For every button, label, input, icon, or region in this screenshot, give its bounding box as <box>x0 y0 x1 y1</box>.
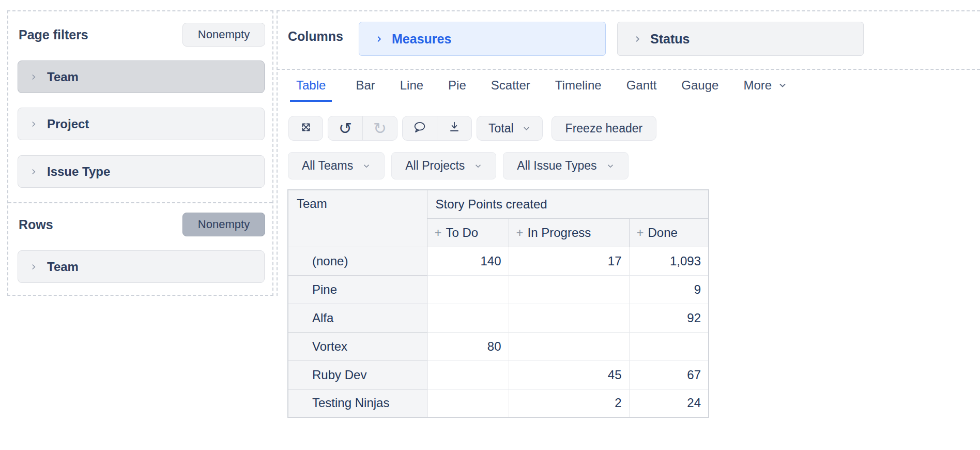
rows-item-team[interactable]: Team <box>18 250 265 283</box>
row-header[interactable]: Pine <box>288 275 427 304</box>
tab-gauge[interactable]: Gauge <box>680 78 719 102</box>
download-button[interactable] <box>437 116 471 140</box>
expand-plus-icon[interactable]: + <box>435 226 442 239</box>
report-builder: Page filters Nonempty Team Project Issu <box>0 0 980 450</box>
row-header[interactable]: Ruby Dev <box>288 361 427 389</box>
tab-bar[interactable]: Bar <box>355 78 376 102</box>
tab-gantt[interactable]: Gantt <box>625 78 658 102</box>
chevron-right-icon <box>29 120 38 128</box>
cell-value[interactable]: 45 <box>509 361 629 389</box>
rows-header: Rows Nonempty <box>19 213 265 236</box>
columns-title: Columns <box>288 22 359 44</box>
page-filter-item-label: Issue Type <box>47 164 110 179</box>
cell-value[interactable] <box>427 304 509 332</box>
tab-table[interactable]: Table <box>290 78 332 102</box>
tab-line[interactable]: Line <box>399 78 424 102</box>
columns-chip-label: Measures <box>392 32 451 47</box>
freeze-header-label: Freeze header <box>565 122 643 136</box>
chevron-right-icon <box>29 73 38 81</box>
row-header[interactable]: Vortex <box>288 332 427 361</box>
row-header[interactable]: Alfa <box>288 304 427 332</box>
all-issue-types-dropdown[interactable]: All Issue Types <box>503 152 628 179</box>
tab-scatter[interactable]: Scatter <box>490 78 531 102</box>
expand-plus-icon[interactable]: + <box>637 226 644 239</box>
dimensions-panel: Page filters Nonempty Team Project Issu <box>7 10 273 296</box>
redo-icon: ↻ <box>373 121 387 137</box>
rows-section: Rows Nonempty Team <box>8 203 272 295</box>
page-filters-section: Page filters Nonempty Team Project Issu <box>8 11 272 203</box>
row-dimension-header[interactable]: Team <box>288 190 427 247</box>
table-row: Pine 9 <box>288 275 709 304</box>
chevron-right-icon <box>29 168 38 176</box>
chevron-right-icon <box>633 35 642 43</box>
page-filter-item-label: Project <box>47 117 89 131</box>
columns-chip-status[interactable]: Status <box>617 22 864 56</box>
cell-value[interactable] <box>427 389 509 417</box>
cell-value[interactable]: 17 <box>509 247 629 275</box>
pivot-table-container: Team Story Points created +To Do +In Pro… <box>287 189 709 418</box>
table-row: Alfa 92 <box>288 304 709 332</box>
cell-value[interactable]: 92 <box>629 304 709 332</box>
comment-download-group <box>402 116 472 141</box>
tab-pie[interactable]: Pie <box>447 78 467 102</box>
rows-nonempty-button[interactable]: Nonempty <box>182 213 265 236</box>
column-header-label: Done <box>648 226 678 239</box>
measure-group-header[interactable]: Story Points created <box>427 190 709 218</box>
comment-button[interactable] <box>403 116 437 140</box>
page-filters-title: Page filters <box>19 27 88 42</box>
total-dropdown[interactable]: Total <box>477 116 543 141</box>
tab-timeline[interactable]: Timeline <box>554 78 603 102</box>
columns-chip-label: Status <box>650 32 690 47</box>
pivot-table: Team Story Points created +To Do +In Pro… <box>287 189 709 418</box>
chevron-right-icon <box>29 263 38 271</box>
table-row: Ruby Dev 45 67 <box>288 361 709 389</box>
cell-value[interactable]: 24 <box>629 389 709 417</box>
redo-button[interactable]: ↻ <box>362 116 397 140</box>
cell-value[interactable] <box>509 275 629 304</box>
cell-value[interactable] <box>509 332 629 361</box>
chevron-down-icon <box>474 162 482 170</box>
expand-icon <box>299 121 313 136</box>
all-teams-dropdown[interactable]: All Teams <box>288 152 385 179</box>
columns-area: Columns Measures Status <box>288 22 864 56</box>
tab-more[interactable]: More <box>742 78 788 102</box>
row-header[interactable]: Testing Ninjas <box>288 389 427 417</box>
page-filter-item-team[interactable]: Team <box>18 61 265 93</box>
cell-value[interactable] <box>509 304 629 332</box>
cell-value[interactable]: 9 <box>629 275 709 304</box>
table-row: Vortex 80 <box>288 332 709 361</box>
download-icon <box>448 121 461 136</box>
column-header-in-progress[interactable]: +In Progress <box>509 218 629 247</box>
cell-value[interactable]: 80 <box>427 332 509 361</box>
cell-value[interactable]: 67 <box>629 361 709 389</box>
chevron-down-icon <box>362 162 371 170</box>
page-filter-item-issue-type[interactable]: Issue Type <box>18 155 265 188</box>
expand-button[interactable] <box>288 116 323 141</box>
page-filter-item-project[interactable]: Project <box>18 108 265 140</box>
columns-dashed-line <box>277 69 980 70</box>
columns-chip-measures[interactable]: Measures <box>359 22 606 56</box>
undo-redo-group: ↺ ↻ <box>328 116 397 141</box>
table-row: (none) 140 17 1,093 <box>288 247 709 275</box>
chart-type-tabs: Table Bar Line Pie Scatter Timeline Gant… <box>290 78 788 102</box>
cell-value[interactable]: 140 <box>427 247 509 275</box>
freeze-header-button[interactable]: Freeze header <box>552 116 657 141</box>
undo-button[interactable]: ↺ <box>328 116 362 140</box>
row-header[interactable]: (none) <box>288 247 427 275</box>
all-issue-types-label: All Issue Types <box>517 159 596 173</box>
cell-value[interactable]: 1,093 <box>629 247 709 275</box>
expand-plus-icon[interactable]: + <box>516 226 524 239</box>
comment-icon <box>412 120 427 137</box>
cell-value[interactable] <box>427 361 509 389</box>
all-projects-dropdown[interactable]: All Projects <box>391 152 496 179</box>
column-header-label: In Progress <box>528 226 591 239</box>
column-header-todo[interactable]: +To Do <box>427 218 509 247</box>
table-toolbar: ↺ ↻ <box>288 116 656 141</box>
rows-item-label: Team <box>47 260 79 274</box>
cell-value[interactable] <box>629 332 709 361</box>
cell-value[interactable] <box>427 275 509 304</box>
page-filters-nonempty-button[interactable]: Nonempty <box>182 23 265 47</box>
column-header-done[interactable]: +Done <box>629 218 709 247</box>
total-label: Total <box>488 122 514 136</box>
cell-value[interactable]: 2 <box>509 389 629 417</box>
